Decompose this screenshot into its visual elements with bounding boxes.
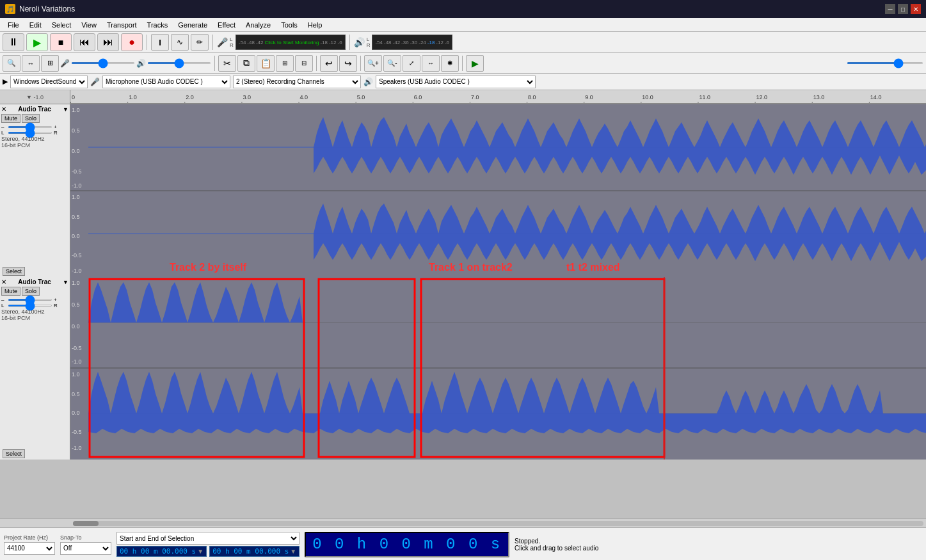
zoom-multi-btn[interactable]: ⊞ xyxy=(41,55,59,72)
menu-effect[interactable]: Effect xyxy=(212,20,241,30)
selection-tool-btn[interactable]: I xyxy=(151,34,169,51)
track1-name: Audio Trac xyxy=(18,106,51,113)
track2-pan-slider[interactable] xyxy=(8,305,52,307)
stop-button[interactable]: ■ xyxy=(50,33,72,51)
ruler-canvas xyxy=(70,90,926,104)
menu-transport[interactable]: Transport xyxy=(102,20,142,30)
snap-to-section: Snap-To Off xyxy=(60,534,111,555)
svg-text:Track 1 on track2: Track 1 on track2 xyxy=(429,262,513,273)
close-button[interactable]: ✕ xyxy=(911,4,921,14)
svg-text:-0.5: -0.5 xyxy=(72,168,82,175)
svg-text:0.0: 0.0 xyxy=(72,323,80,330)
track1-close[interactable]: ✕ xyxy=(1,106,6,113)
time-display-value: 0 0 h 0 0 m 0 0 s xyxy=(312,536,502,553)
menu-view[interactable]: View xyxy=(76,20,102,30)
selection-start-unit: ▼ xyxy=(197,548,204,555)
out-vu-42: -42 xyxy=(393,40,401,45)
pause-button[interactable]: ⏸ xyxy=(3,33,24,51)
snap-to-select[interactable]: Off xyxy=(60,542,111,555)
output-gain-slider[interactable] xyxy=(147,62,211,64)
skip-start-button[interactable]: ⏮ xyxy=(74,33,95,51)
menu-tracks[interactable]: Tracks xyxy=(142,20,173,30)
zoom-out-btn[interactable]: 🔍- xyxy=(383,55,401,72)
skip-end-button[interactable]: ⏭ xyxy=(97,33,119,51)
selection-end-unit: ▼ xyxy=(290,548,296,555)
copy-btn[interactable]: ⧉ xyxy=(237,55,255,72)
menu-analyze[interactable]: Analyze xyxy=(241,20,276,30)
redo-btn[interactable]: ↪ xyxy=(339,55,357,72)
menu-generate[interactable]: Generate xyxy=(173,20,212,30)
track1-pan-R: R xyxy=(54,130,59,136)
hscroll-track[interactable] xyxy=(73,521,923,526)
track1-select-btn[interactable]: Select xyxy=(3,267,25,276)
zoom-in-btn[interactable]: 🔍+ xyxy=(364,55,382,72)
track2-close[interactable]: ✕ xyxy=(1,278,6,285)
maximize-button[interactable]: □ xyxy=(898,4,908,14)
record-button[interactable]: ● xyxy=(121,33,143,51)
selection-start-display[interactable]: 00 h 00 m 00.000 s ▼ xyxy=(116,546,207,557)
envelope-tool-btn[interactable]: ∿ xyxy=(171,34,189,51)
timeline-ruler[interactable]: ▼ -1.0 xyxy=(0,90,926,104)
track2-select-btn[interactable]: Select xyxy=(3,449,25,458)
selection-end-display[interactable]: 00 h 00 m 00.000 s ▼ xyxy=(209,546,299,557)
track1-arrow[interactable]: ▼ xyxy=(63,106,68,113)
menu-tools[interactable]: Tools xyxy=(276,20,303,30)
menu-select[interactable]: Select xyxy=(47,20,77,30)
hscroll-thumb[interactable] xyxy=(73,521,99,526)
vu-6: -6 xyxy=(338,40,342,45)
transport-toolbar: ⏸ ▶ ■ ⏮ ⏭ ● I ∿ ✏ 🎤 L R -54 -48 -42 Clic… xyxy=(0,32,926,53)
silence-btn[interactable]: ⊟ xyxy=(295,55,313,72)
device-row: ▶ Windows DirectSound 🎤 Microphone (USB … xyxy=(0,74,926,90)
undo-btn[interactable]: ↩ xyxy=(320,55,338,72)
speaker-select[interactable]: Speakers (USB Audio CODEC ) xyxy=(376,76,536,88)
cut-btn[interactable]: ✂ xyxy=(218,55,236,72)
svg-text:-0.5: -0.5 xyxy=(72,429,82,435)
menu-edit[interactable]: Edit xyxy=(24,20,47,30)
input-gain-slider[interactable] xyxy=(71,62,135,64)
channels-select[interactable]: 2 (Stereo) Recording Channels xyxy=(233,76,361,88)
track1-waveform[interactable]: 1.0 0.5 0.0 -0.5 -1.0 1.0 0.5 0.0 -0.5 -… xyxy=(70,104,926,277)
selection-start-value: 00 h 00 m 00.000 s xyxy=(120,547,196,556)
play2-btn[interactable]: ▶ xyxy=(466,55,484,72)
input-vu-meter[interactable]: -54 -48 -42 Click to Start Monitoring -1… xyxy=(235,35,346,50)
paste-btn[interactable]: 📋 xyxy=(257,55,275,72)
time-display[interactable]: 0 0 h 0 0 m 0 0 s xyxy=(305,532,509,557)
playback-host-select[interactable]: Windows DirectSound xyxy=(10,76,88,88)
svg-text:0.0: 0.0 xyxy=(72,233,80,239)
trim-btn[interactable]: ⊞ xyxy=(276,55,294,72)
selection-type-select[interactable]: Start and End of Selection xyxy=(116,532,299,545)
track2-header: ✕ Audio Trac ▼ xyxy=(1,278,68,285)
svg-text:0.5: 0.5 xyxy=(72,127,80,134)
track2-info: Stereo, 44100Hz 16-bit PCM xyxy=(1,308,68,321)
zoom-normal-btn[interactable]: 🔍 xyxy=(3,55,20,72)
zoom-tool-btn[interactable]: ✱ xyxy=(441,55,459,72)
playback-host-icon: ▶ xyxy=(3,77,8,86)
content-area: ▼ -1.0 ✕ Audio Trac ▼ Mute S xyxy=(0,90,926,527)
minimize-button[interactable]: ─ xyxy=(885,4,895,14)
track1-pan-L: L xyxy=(1,130,6,136)
playback-speed-slider[interactable] xyxy=(847,62,923,64)
speaker2-icon: 🔊 xyxy=(136,59,146,68)
menu-help[interactable]: Help xyxy=(303,20,328,30)
zoom-fit-btn[interactable]: ↔ xyxy=(422,55,440,72)
out-vu-30: -30 xyxy=(410,40,418,45)
track2-arrow[interactable]: ▼ xyxy=(63,279,68,285)
track1-pan-slider[interactable] xyxy=(8,132,52,134)
zoom-sel-btn[interactable]: ⤢ xyxy=(403,55,420,72)
menu-file[interactable]: File xyxy=(3,20,24,30)
mic-select[interactable]: Microphone (USB Audio CODEC ) xyxy=(102,76,230,88)
speaker3-icon: 🔊 xyxy=(363,77,373,86)
project-rate-section: Project Rate (Hz) 44100 xyxy=(4,534,55,555)
vu-12: -12 xyxy=(329,40,337,45)
svg-text:1.0: 1.0 xyxy=(72,194,80,200)
output-vu-meter[interactable]: -54 -48 -42 -36 -30 -24 -18 -12 -6 xyxy=(372,35,452,50)
project-rate-select[interactable]: 44100 xyxy=(4,542,55,555)
mic2-icon: 🎤 xyxy=(60,59,70,68)
fit-btn[interactable]: ↔ xyxy=(22,55,40,72)
svg-text:1.0: 1.0 xyxy=(72,280,80,286)
horizontal-scrollbar[interactable] xyxy=(0,518,926,527)
track2-waveform[interactable]: 1.0 0.5 0.0 -0.5 -1.0 1.0 0.5 0.0 -0.5 -… xyxy=(70,277,926,460)
draw-tool-btn[interactable]: ✏ xyxy=(191,34,209,51)
out-vu-54: -54 xyxy=(375,40,383,45)
play-button[interactable]: ▶ xyxy=(26,33,48,51)
